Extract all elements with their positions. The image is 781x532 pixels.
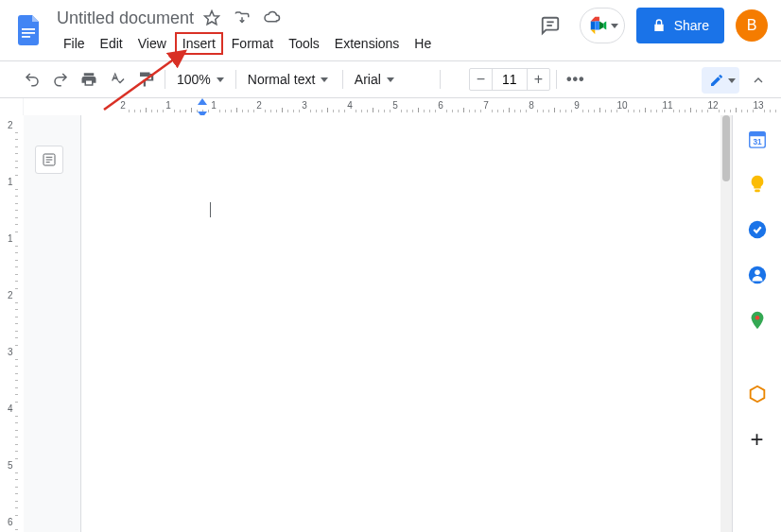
- print-icon[interactable]: [76, 66, 102, 93]
- menu-file[interactable]: File: [57, 32, 92, 55]
- menu-help[interactable]: He: [408, 32, 438, 55]
- collapse-icon[interactable]: [745, 67, 772, 94]
- ruler-label: 9: [574, 100, 580, 111]
- menu-format[interactable]: Format: [225, 32, 280, 55]
- header-right: Share B: [532, 8, 768, 43]
- first-line-indent-icon[interactable]: [198, 98, 207, 105]
- vertical-ruler[interactable]: 21123456: [0, 115, 24, 532]
- ruler-label: 4: [8, 403, 13, 414]
- star-icon[interactable]: [203, 9, 220, 26]
- lock-icon: [651, 18, 667, 33]
- ruler-label: 2: [8, 290, 13, 300]
- ruler-label: 4: [347, 100, 353, 111]
- app-header: Untitled document File Edit View Insert …: [0, 0, 781, 60]
- ruler-label: 12: [707, 100, 718, 111]
- font-size-stepper[interactable]: − 11 +: [469, 68, 550, 91]
- side-panel: 31 +: [732, 115, 781, 532]
- svg-point-19: [755, 316, 759, 320]
- ruler-label: 5: [392, 100, 398, 111]
- chevron-down-icon: [611, 24, 618, 28]
- ruler-label: 7: [483, 100, 489, 111]
- addon-icon[interactable]: [747, 384, 768, 404]
- move-icon[interactable]: [234, 9, 251, 26]
- docs-logo-icon[interactable]: [11, 13, 45, 47]
- ruler-label: 2: [8, 120, 13, 130]
- font-dropdown[interactable]: Arial: [349, 66, 434, 93]
- paint-format-icon[interactable]: [132, 66, 159, 93]
- more-icon[interactable]: •••: [563, 66, 589, 93]
- ruler-label: 3: [302, 100, 307, 111]
- avatar[interactable]: B: [736, 9, 768, 42]
- doc-title[interactable]: Untitled document: [57, 9, 194, 28]
- toolbar: 100% Normal text Arial − 11 + •••: [0, 60, 781, 98]
- chevron-down-icon: [387, 77, 394, 82]
- page[interactable]: [80, 115, 720, 532]
- ruler-label: 3: [8, 347, 13, 357]
- document-area: [24, 115, 720, 532]
- chevron-down-icon: [217, 77, 224, 82]
- horizontal-ruler[interactable]: 2112345678910111213: [0, 98, 781, 115]
- share-label: Share: [674, 18, 709, 33]
- menu-tools[interactable]: Tools: [282, 32, 326, 55]
- svg-rect-3: [22, 32, 35, 34]
- svg-marker-5: [205, 11, 219, 25]
- tasks-icon[interactable]: [747, 219, 768, 240]
- logo-wrap: [0, 8, 57, 47]
- menu-view[interactable]: View: [131, 32, 173, 55]
- spellcheck-icon[interactable]: [104, 66, 130, 93]
- style-dropdown[interactable]: Normal text: [242, 66, 337, 93]
- font-size-value[interactable]: 11: [493, 72, 527, 87]
- ruler-label: 6: [438, 100, 443, 111]
- calendar-icon[interactable]: 31: [747, 129, 768, 149]
- decrease-font-button[interactable]: −: [470, 69, 493, 90]
- ruler-label: 1: [8, 177, 13, 187]
- scroll-thumb[interactable]: [722, 115, 730, 181]
- svg-rect-13: [749, 132, 765, 137]
- menu-insert[interactable]: Insert: [175, 32, 223, 55]
- svg-rect-15: [755, 190, 760, 193]
- maps-icon[interactable]: [747, 310, 768, 331]
- ruler-label: 1: [165, 100, 171, 111]
- editing-mode-button[interactable]: [702, 67, 739, 94]
- meet-button[interactable]: [580, 8, 625, 43]
- ruler-label: 13: [753, 100, 763, 111]
- ruler-label: 1: [8, 233, 13, 244]
- comments-icon[interactable]: [532, 8, 568, 43]
- svg-rect-2: [22, 28, 35, 30]
- svg-text:31: 31: [753, 138, 762, 146]
- ruler-label: 5: [8, 460, 13, 471]
- ruler-label: 2: [120, 100, 126, 111]
- cloud-status-icon[interactable]: [264, 9, 281, 26]
- contacts-icon[interactable]: [747, 265, 768, 285]
- undo-icon[interactable]: [19, 66, 45, 93]
- redo-icon[interactable]: [47, 66, 74, 93]
- ruler-label: 11: [662, 100, 672, 111]
- ruler-label: 1: [211, 100, 217, 111]
- outline-button[interactable]: [35, 146, 63, 174]
- ruler-label: 8: [529, 100, 534, 111]
- text-cursor: [210, 202, 211, 217]
- svg-point-18: [755, 270, 760, 276]
- share-button[interactable]: Share: [636, 8, 724, 43]
- ruler-label: 6: [8, 517, 13, 527]
- pencil-icon: [709, 73, 724, 88]
- keep-icon[interactable]: [747, 174, 768, 195]
- svg-rect-4: [22, 36, 30, 38]
- chevron-down-icon: [321, 77, 328, 82]
- ruler-label: 10: [616, 100, 627, 111]
- chevron-down-icon: [728, 78, 736, 83]
- zoom-dropdown[interactable]: 100%: [171, 66, 230, 93]
- main-area: 21123456 31 +: [0, 115, 781, 532]
- menu-edit[interactable]: Edit: [94, 32, 130, 55]
- meet-icon: [588, 15, 609, 36]
- increase-font-button[interactable]: +: [527, 69, 549, 90]
- add-addon-button[interactable]: +: [747, 429, 768, 450]
- scrollbar[interactable]: [720, 115, 732, 532]
- menu-extensions[interactable]: Extensions: [328, 32, 406, 55]
- ruler-label: 2: [256, 100, 262, 111]
